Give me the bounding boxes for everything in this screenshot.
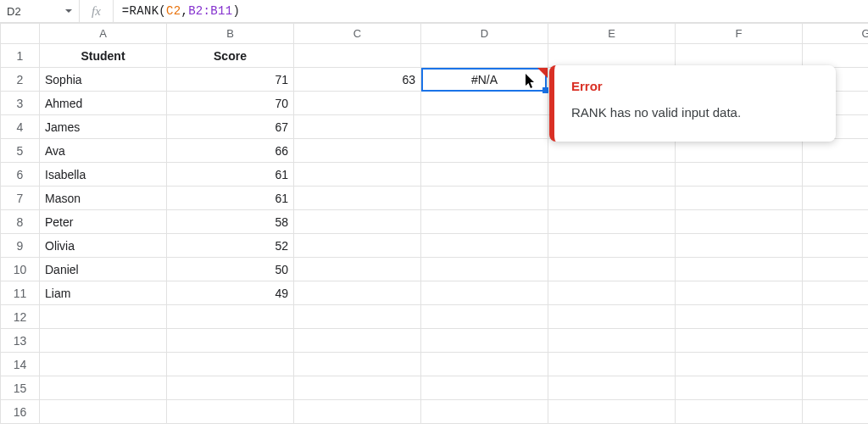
row-header[interactable]: 8 [1,210,40,234]
cell-A16[interactable] [40,400,167,424]
cell-C11[interactable] [294,281,421,305]
formula-input[interactable]: =RANK(C2,B2:B11) [114,0,868,22]
row-header[interactable]: 15 [1,376,40,400]
cell-F5[interactable] [676,139,803,163]
cell-B12[interactable] [167,305,294,329]
cell-B11[interactable]: 49 [167,281,294,305]
col-header-B[interactable]: B [167,24,294,44]
cell-B16[interactable] [167,400,294,424]
cell-E8[interactable] [548,210,676,234]
cell-E10[interactable] [548,258,676,281]
cell-A15[interactable] [40,376,167,400]
cell-F10[interactable] [676,258,803,281]
col-header-C[interactable]: C [294,24,421,44]
cell-A8[interactable]: Peter [40,210,167,234]
cell-C15[interactable] [294,376,421,400]
cell-A7[interactable]: Mason [40,187,167,210]
cell-B15[interactable] [167,376,294,400]
cell-E11[interactable] [548,281,676,305]
cell-C14[interactable] [294,353,421,376]
cell-F9[interactable] [676,234,803,258]
cell-E12[interactable] [548,305,676,329]
cell-B2[interactable]: 71 [167,68,294,92]
cell-G7[interactable] [803,187,869,210]
cell-G11[interactable] [803,281,869,305]
cell-D11[interactable] [421,281,548,305]
cell-B6[interactable]: 61 [167,163,294,187]
cell-A1[interactable]: Student [40,44,167,68]
cell-C6[interactable] [294,163,421,187]
cell-D1[interactable] [421,44,548,68]
cell-G1[interactable] [803,44,869,68]
cell-F6[interactable] [676,163,803,187]
cell-D9[interactable] [421,234,548,258]
cell-C7[interactable] [294,187,421,210]
cell-G15[interactable] [803,376,869,400]
cell-F13[interactable] [676,329,803,353]
row-header[interactable]: 4 [1,115,40,139]
cell-F1[interactable] [676,44,803,68]
cell-E5[interactable] [548,139,676,163]
cell-A10[interactable]: Daniel [40,258,167,281]
cell-D16[interactable] [421,400,548,424]
cell-E9[interactable] [548,234,676,258]
cell-B7[interactable]: 61 [167,187,294,210]
cell-A5[interactable]: Ava [40,139,167,163]
cell-D12[interactable] [421,305,548,329]
cell-B9[interactable]: 52 [167,234,294,258]
row-header[interactable]: 11 [1,281,40,305]
cell-F12[interactable] [676,305,803,329]
cell-A14[interactable] [40,353,167,376]
cell-D2[interactable]: #N/A [421,68,548,92]
cell-B8[interactable]: 58 [167,210,294,234]
cell-A6[interactable]: Isabella [40,163,167,187]
cell-G14[interactable] [803,353,869,376]
row-header[interactable]: 1 [1,44,40,68]
cell-F7[interactable] [676,187,803,210]
cell-G13[interactable] [803,329,869,353]
cell-A2[interactable]: Sophia [40,68,167,92]
row-header[interactable]: 14 [1,353,40,376]
cell-A13[interactable] [40,329,167,353]
col-header-E[interactable]: E [548,24,676,44]
name-box[interactable]: D2 [0,0,80,22]
cell-E7[interactable] [548,187,676,210]
cell-D3[interactable] [421,92,548,115]
cell-E1[interactable] [548,44,676,68]
cell-B4[interactable]: 67 [167,115,294,139]
cell-E13[interactable] [548,329,676,353]
cell-D13[interactable] [421,329,548,353]
cell-A4[interactable]: James [40,115,167,139]
cell-B3[interactable]: 70 [167,92,294,115]
col-header-A[interactable]: A [40,24,167,44]
cell-D4[interactable] [421,115,548,139]
cell-F14[interactable] [676,353,803,376]
cell-D7[interactable] [421,187,548,210]
cell-C1[interactable] [294,44,421,68]
cell-G5[interactable] [803,139,869,163]
cell-B1[interactable]: Score [167,44,294,68]
cell-F15[interactable] [676,376,803,400]
cell-D15[interactable] [421,376,548,400]
cell-C5[interactable] [294,139,421,163]
row-header[interactable]: 12 [1,305,40,329]
cell-G8[interactable] [803,210,869,234]
row-header[interactable]: 16 [1,400,40,424]
cell-G12[interactable] [803,305,869,329]
cell-A12[interactable] [40,305,167,329]
cell-F8[interactable] [676,210,803,234]
row-header[interactable]: 10 [1,258,40,281]
cell-F16[interactable] [676,400,803,424]
cell-C3[interactable] [294,92,421,115]
cell-E16[interactable] [548,400,676,424]
cell-D5[interactable] [421,139,548,163]
cell-C10[interactable] [294,258,421,281]
cell-D10[interactable] [421,258,548,281]
cell-B10[interactable]: 50 [167,258,294,281]
select-all-corner[interactable] [1,24,40,44]
row-header[interactable]: 6 [1,163,40,187]
cell-D14[interactable] [421,353,548,376]
cell-D8[interactable] [421,210,548,234]
cell-A9[interactable]: Olivia [40,234,167,258]
cell-B5[interactable]: 66 [167,139,294,163]
